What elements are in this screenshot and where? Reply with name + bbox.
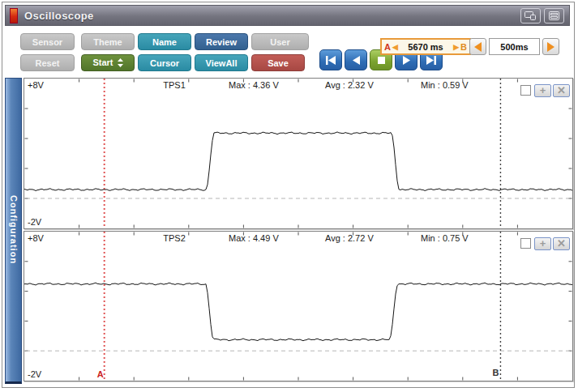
step-forward-icon — [403, 56, 410, 65]
skip-to-start-button[interactable] — [319, 49, 342, 70]
stop-icon — [378, 57, 385, 64]
sidebar-tab-configuration[interactable]: Configuration — [5, 78, 22, 384]
channel-name: TPS1 — [146, 80, 203, 90]
spinner-updown-icon — [118, 58, 123, 67]
arrow-left-icon — [474, 42, 482, 52]
close-channel-icon[interactable]: ✕ — [553, 237, 570, 250]
channel-select-checkbox[interactable] — [520, 238, 531, 249]
channel-panel: +8V TPS1 Max : 4.36 V Avg : 2.32 V Min :… — [24, 78, 573, 229]
triangle-left-icon: ◀ — [392, 43, 398, 51]
title-bar: Oscilloscope — [5, 5, 570, 26]
stat-min: Min : 0.75 V — [421, 233, 469, 243]
stat-max: Max : 4.49 V — [229, 233, 279, 243]
channel-select-checkbox[interactable] — [520, 85, 531, 96]
theme-button[interactable]: Theme — [81, 33, 135, 50]
cursor-b-label[interactable]: B — [492, 368, 499, 377]
oscilloscope-window: Oscilloscope Sensor Theme Name Review Us… — [2, 2, 575, 388]
new-window-icon[interactable] — [520, 8, 541, 23]
cursor-b-tag: B — [460, 42, 467, 52]
arrow-right-icon — [547, 42, 554, 52]
skip-to-end-icon — [426, 56, 436, 65]
step-back-icon — [353, 56, 360, 65]
y-max-label: +8V — [28, 80, 44, 90]
timebase-decrease-button[interactable] — [469, 38, 486, 55]
skip-to-start-icon — [326, 56, 336, 65]
start-button-label: Start — [92, 55, 113, 70]
window-title: Oscilloscope — [24, 10, 94, 22]
cursor-button[interactable]: Cursor — [138, 54, 191, 71]
cursor-a-label[interactable]: A — [97, 369, 104, 379]
zoom-plus-icon[interactable]: + — [534, 84, 551, 97]
tile-windows-icon[interactable] — [544, 8, 564, 23]
review-button[interactable]: Review — [195, 33, 248, 50]
app-icon — [10, 8, 18, 23]
ab-time-value: 5670 ms — [400, 42, 452, 52]
y-max-label: +8V — [28, 233, 44, 243]
ab-time-display: A ◀ 5670 ms ▶ B — [380, 38, 471, 55]
zoom-plus-icon[interactable]: + — [534, 237, 551, 250]
stat-max: Max : 4.36 V — [229, 80, 279, 90]
viewall-button[interactable]: ViewAll — [195, 54, 248, 71]
waveform-plot[interactable] — [24, 79, 572, 228]
start-button[interactable]: Start — [81, 54, 135, 71]
channel-panel: +8V TPS2 Max : 4.49 V Avg : 2.72 V Min :… — [24, 231, 573, 381]
step-back-button[interactable] — [345, 49, 367, 70]
sensor-button[interactable]: Sensor — [20, 33, 75, 50]
y-min-label: -2V — [28, 369, 41, 379]
name-button[interactable]: Name — [138, 33, 191, 50]
triangle-right-icon: ▶ — [453, 43, 459, 51]
y-min-label: -2V — [28, 217, 41, 227]
channel-name: TPS2 — [146, 233, 203, 243]
timebase-value: 500ms — [489, 38, 540, 55]
waveform-plot[interactable] — [24, 232, 572, 381]
user-setting-button[interactable]: User Setting — [251, 33, 309, 50]
stat-avg: Avg : 2.72 V — [325, 233, 374, 243]
stat-avg: Avg : 2.32 V — [325, 80, 374, 90]
save-button[interactable]: Save — [251, 54, 305, 71]
close-channel-icon[interactable]: ✕ — [553, 84, 570, 97]
reset-button[interactable]: Reset — [20, 54, 75, 71]
timebase-increase-button[interactable] — [542, 38, 559, 55]
sidebar-tab-label: Configuration — [9, 195, 19, 264]
cursor-a-tag: A — [384, 42, 391, 52]
stat-min: Min : 0.59 V — [421, 80, 469, 90]
